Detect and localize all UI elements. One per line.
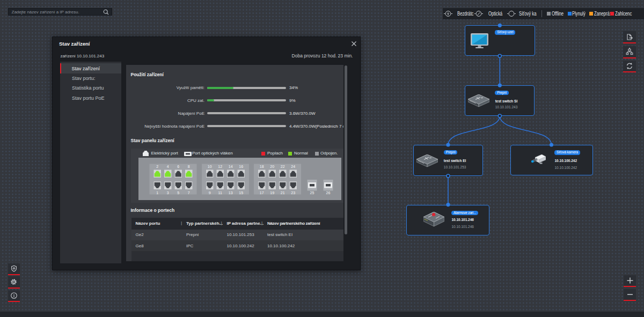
svg-text:22: 22 (281, 164, 285, 168)
svg-text:18: 18 (260, 164, 264, 168)
svg-text:3: 3 (167, 191, 169, 195)
svg-text:7: 7 (188, 191, 190, 195)
svg-text:25: 25 (310, 191, 314, 195)
svg-text:2: 2 (157, 164, 159, 168)
svg-text:6: 6 (178, 164, 180, 168)
svg-text:8: 8 (188, 164, 190, 168)
svg-text:24: 24 (291, 164, 296, 168)
svg-text:12: 12 (218, 164, 223, 168)
svg-text:4: 4 (167, 164, 169, 168)
svg-text:23: 23 (291, 191, 296, 195)
svg-text:1: 1 (157, 191, 159, 195)
svg-text:17: 17 (260, 191, 264, 195)
svg-text:26: 26 (326, 191, 331, 195)
svg-text:13: 13 (229, 191, 233, 195)
svg-text:14: 14 (229, 164, 233, 168)
svg-text:15: 15 (239, 191, 244, 195)
svg-text:21: 21 (281, 191, 285, 195)
svg-text:10: 10 (208, 164, 212, 168)
svg-text:11: 11 (218, 191, 222, 195)
svg-text:5: 5 (178, 191, 180, 195)
svg-text:9: 9 (209, 191, 211, 195)
svg-text:19: 19 (270, 191, 275, 195)
svg-text:16: 16 (239, 164, 244, 168)
svg-text:20: 20 (270, 164, 275, 168)
